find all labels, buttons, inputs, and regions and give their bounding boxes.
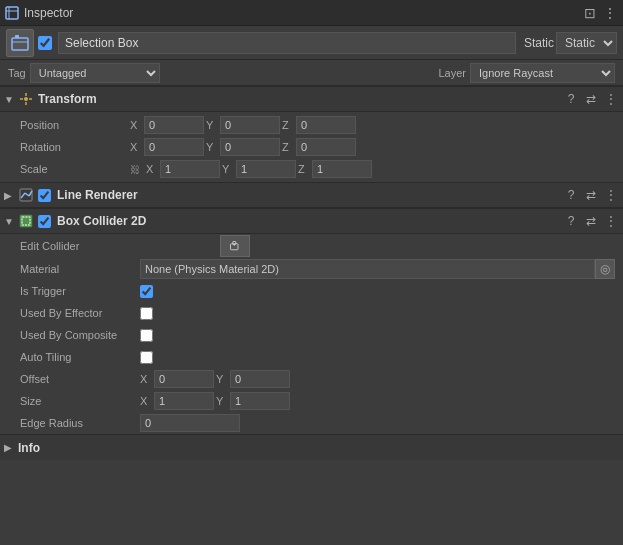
info-collapse-arrow: ▶ — [4, 442, 14, 453]
line-renderer-help-button[interactable]: ? — [563, 187, 579, 203]
size-x-input[interactable] — [154, 392, 214, 410]
transform-icon — [18, 91, 34, 107]
box-collider-help-button[interactable]: ? — [563, 213, 579, 229]
auto-tiling-row: Auto Tiling — [0, 346, 623, 368]
position-z-input[interactable] — [296, 116, 356, 134]
transform-collapse-arrow: ▼ — [4, 94, 14, 105]
layer-label: Layer — [438, 67, 466, 79]
box-collider-collapse-arrow: ▼ — [4, 216, 14, 227]
size-y-label: Y — [216, 395, 228, 407]
layer-select[interactable]: Ignore Raycast — [470, 63, 615, 83]
tag-label: Tag — [8, 67, 26, 79]
offset-value: X Y — [140, 370, 615, 388]
used-by-composite-checkbox[interactable] — [140, 329, 153, 342]
rot-z-label: Z — [282, 141, 294, 153]
tab-menu-button[interactable]: ⋮ — [601, 4, 619, 22]
used-by-effector-checkbox[interactable] — [140, 307, 153, 320]
used-by-effector-row: Used By Effector — [0, 302, 623, 324]
is-trigger-label: Is Trigger — [20, 285, 140, 297]
used-by-composite-label: Used By Composite — [20, 329, 140, 341]
offset-label: Offset — [20, 373, 140, 385]
rotation-label: Rotation — [20, 141, 130, 153]
auto-tiling-checkbox[interactable] — [140, 351, 153, 364]
material-input[interactable] — [140, 259, 595, 279]
inspector-scroll[interactable]: Static Static Tag Untagged Layer Ignore … — [0, 26, 623, 545]
position-row: Position X Y Z — [0, 114, 623, 136]
scale-z-input[interactable] — [312, 160, 372, 178]
scale-y-input[interactable] — [236, 160, 296, 178]
size-row: Size X Y — [0, 390, 623, 412]
pos-x-label: X — [130, 119, 142, 131]
tab-bar: Inspector ⊡ ⋮ — [0, 0, 623, 26]
svg-point-6 — [24, 97, 28, 101]
edge-radius-input[interactable] — [140, 414, 240, 432]
auto-tiling-value — [140, 351, 615, 364]
scale-x-label: X — [146, 163, 158, 175]
edit-collider-button[interactable] — [220, 235, 250, 257]
position-fields: X Y Z — [130, 116, 615, 134]
info-header[interactable]: ▶ Info — [0, 434, 623, 460]
offset-y-input[interactable] — [230, 370, 290, 388]
box-collider-enabled-checkbox[interactable] — [38, 215, 51, 228]
box-collider-menu-button[interactable]: ⋮ — [603, 213, 619, 229]
object-name-input[interactable] — [58, 32, 516, 54]
material-value: ◎ — [140, 259, 615, 279]
is-trigger-checkbox[interactable] — [140, 285, 153, 298]
box-collider-icon — [18, 213, 34, 229]
pin-button[interactable]: ⊡ — [581, 4, 599, 22]
size-value: X Y — [140, 392, 615, 410]
object-header: Static Static — [0, 26, 623, 60]
scale-x-input[interactable] — [160, 160, 220, 178]
svg-rect-3 — [12, 38, 28, 50]
offset-row: Offset X Y — [0, 368, 623, 390]
line-renderer-header[interactable]: ▶ Line Renderer ? ⇄ ⋮ — [0, 182, 623, 208]
tag-select[interactable]: Untagged — [30, 63, 160, 83]
line-renderer-menu-button[interactable]: ⋮ — [603, 187, 619, 203]
rotation-z-input[interactable] — [296, 138, 356, 156]
line-renderer-icon — [18, 187, 34, 203]
edit-collider-row: Edit Collider — [0, 234, 623, 258]
position-y-input[interactable] — [220, 116, 280, 134]
rotation-row: Rotation X Y Z — [0, 136, 623, 158]
size-y-input[interactable] — [230, 392, 290, 410]
position-x-input[interactable] — [144, 116, 204, 134]
transform-help-button[interactable]: ? — [563, 91, 579, 107]
box-collider-settings-button[interactable]: ⇄ — [583, 213, 599, 229]
scale-fields: ⛓ X Y Z — [130, 160, 615, 178]
box-collider-header[interactable]: ▼ Box Collider 2D ? ⇄ ⋮ — [0, 208, 623, 234]
used-by-composite-row: Used By Composite — [0, 324, 623, 346]
rotation-x-input[interactable] — [144, 138, 204, 156]
used-by-effector-label: Used By Effector — [20, 307, 140, 319]
transform-header[interactable]: ▼ Transform ? ⇄ ⋮ — [0, 86, 623, 112]
is-trigger-row: Is Trigger — [0, 280, 623, 302]
used-by-effector-value — [140, 307, 615, 320]
rotation-y-input[interactable] — [220, 138, 280, 156]
line-renderer-collapse-arrow: ▶ — [4, 190, 14, 201]
edit-collider-label: Edit Collider — [20, 240, 140, 252]
info-title: Info — [18, 441, 619, 455]
material-picker-button[interactable]: ◎ — [595, 259, 615, 279]
rot-x-label: X — [130, 141, 142, 153]
transform-settings-button[interactable]: ⇄ — [583, 91, 599, 107]
edit-collider-value — [140, 235, 615, 257]
edge-radius-label: Edge Radius — [20, 417, 140, 429]
line-renderer-enabled-checkbox[interactable] — [38, 189, 51, 202]
transform-menu-button[interactable]: ⋮ — [603, 91, 619, 107]
line-renderer-title: Line Renderer — [57, 188, 559, 202]
material-row: Material ◎ — [0, 258, 623, 280]
object-enabled-checkbox[interactable] — [38, 36, 52, 50]
static-label: Static — [524, 36, 554, 50]
edge-radius-value — [140, 414, 615, 432]
scale-z-label: Z — [298, 163, 310, 175]
transform-title: Transform — [38, 92, 559, 106]
pos-y-label: Y — [206, 119, 218, 131]
line-renderer-settings-button[interactable]: ⇄ — [583, 187, 599, 203]
size-label: Size — [20, 395, 140, 407]
inspector-tab-icon — [4, 5, 20, 21]
static-dropdown[interactable]: Static — [556, 32, 617, 54]
object-icon — [6, 29, 34, 57]
offset-x-label: X — [140, 373, 152, 385]
offset-x-input[interactable] — [154, 370, 214, 388]
edge-radius-row: Edge Radius — [0, 412, 623, 434]
material-label: Material — [20, 263, 140, 275]
